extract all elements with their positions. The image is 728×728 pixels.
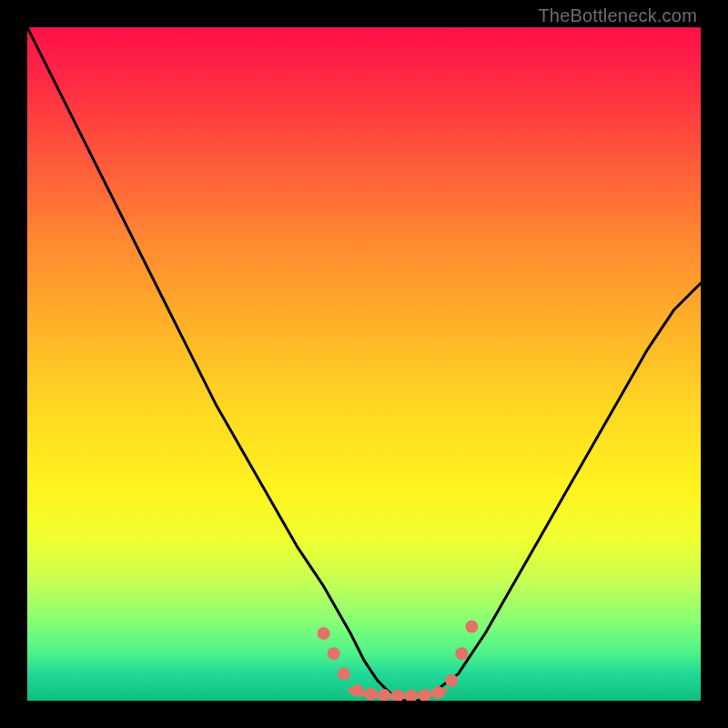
marker-point [445,674,458,687]
marker-point [391,690,404,701]
marker-point [405,690,418,701]
marker-point [465,621,478,633]
curve-bottleneck-curve [27,27,701,701]
outer-frame: TheBottleneck.com [0,0,728,728]
marker-point [419,689,431,701]
marker-point [338,667,350,680]
marker-point [455,647,468,660]
marker-point [431,686,444,699]
watermark-text: TheBottleneck.com [538,5,697,26]
marker-point [318,627,330,640]
marker-point [351,684,364,697]
curve-layer [27,27,701,701]
marker-point [328,647,340,660]
marker-point [364,688,377,701]
